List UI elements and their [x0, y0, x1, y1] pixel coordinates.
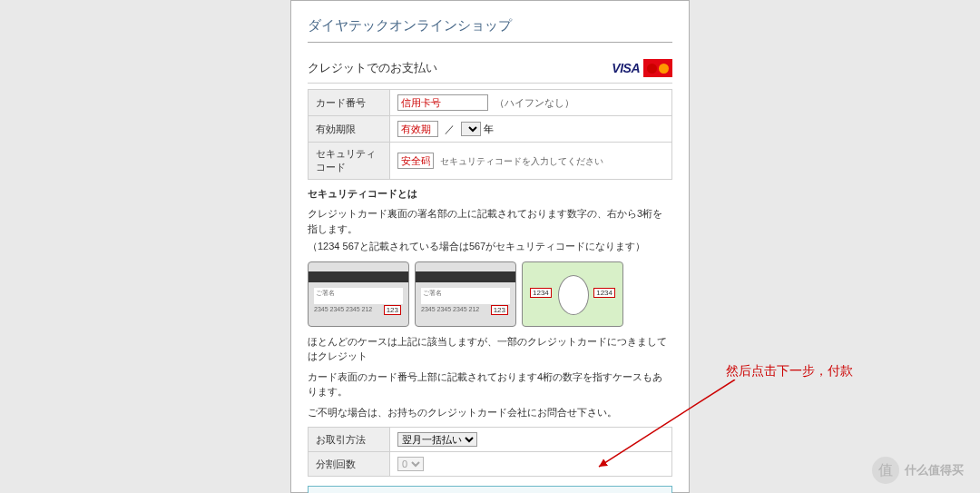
expiry-slash: ／	[445, 123, 455, 134]
security-code-label: セキュリティコード	[309, 143, 390, 180]
section-header: クレジットでのお支払い VISA	[308, 59, 672, 84]
method-select[interactable]: 翌月一括払い	[397, 432, 477, 447]
payment-panel: ダイヤテックオンラインショップ クレジットでのお支払い VISA カード番号 （…	[290, 0, 690, 493]
card-back-illustration-1: ご署名 2345 2345 2345 212 123	[308, 261, 409, 327]
installments-select[interactable]: 0	[397, 457, 424, 471]
installments-label: 分割回数	[309, 452, 390, 477]
annotation-text: 然后点击下一步，付款	[726, 363, 853, 380]
watermark-text: 什么值得买	[905, 462, 964, 478]
watermark-icon: 值	[872, 457, 899, 484]
sec-note-2: カード表面のカード番号上部に記載されております4桁の数字を指すケースもあります。	[308, 370, 672, 399]
expiry-year-suffix: 年	[484, 123, 494, 134]
card-illustrations: ご署名 2345 2345 2345 212 123 ご署名 2345 2345…	[308, 261, 672, 327]
save-payment-box: 次回以降のご購入で、このお支払い情報を利用する場合は、チェックしてください。	[308, 486, 672, 493]
section-title: クレジットでのお支払い	[308, 60, 437, 76]
expiry-year-select[interactable]	[461, 122, 481, 136]
watermark: 值 什么值得买	[872, 457, 964, 484]
card-logos: VISA	[612, 59, 672, 77]
security-code-input[interactable]	[397, 153, 434, 169]
sec-note-3: ご不明な場合は、お持ちのクレジットカード会社にお問合せ下さい。	[308, 405, 672, 420]
security-code-info: セキュリティコードとは クレジットカード裏面の署名部の上に記載されております数字…	[308, 180, 672, 427]
payment-form: カード番号 （ハイフンなし） 有効期限 ／ 年 セキュリティコード セキュリティ…	[308, 89, 672, 180]
method-label: お取引方法	[309, 428, 390, 452]
card-front-illustration: 1234 1234	[522, 261, 623, 327]
sec-info-desc1: クレジットカード裏面の署名部の上に記載されております数字の、右から3桁を指します…	[308, 206, 672, 236]
card-number-label: カード番号	[309, 90, 390, 116]
payment-method-table: お取引方法 翌月一括払い 分割回数 0	[308, 427, 672, 477]
card-back-illustration-2: ご署名 2345 2345 2345 212 123	[415, 261, 516, 327]
sec-info-title: セキュリティコードとは	[308, 187, 672, 201]
shop-title: ダイヤテックオンラインショップ	[308, 17, 672, 43]
sec-note-1: ほとんどのケースは上記に該当しますが、一部のクレジットカードにつきましてはクレジ…	[308, 334, 672, 364]
security-code-placeholder: セキュリティコードを入力してください	[440, 156, 603, 166]
expiry-month-input[interactable]	[397, 121, 438, 137]
card-number-hint: （ハイフンなし）	[495, 97, 574, 108]
expiry-label: 有効期限	[309, 116, 390, 143]
visa-logo-icon: VISA	[612, 61, 640, 75]
mastercard-logo-icon	[643, 59, 672, 77]
sec-info-desc2: （1234 567と記載されている場合は567がセキュリティコードになります）	[308, 239, 672, 254]
card-number-input[interactable]	[397, 94, 488, 111]
